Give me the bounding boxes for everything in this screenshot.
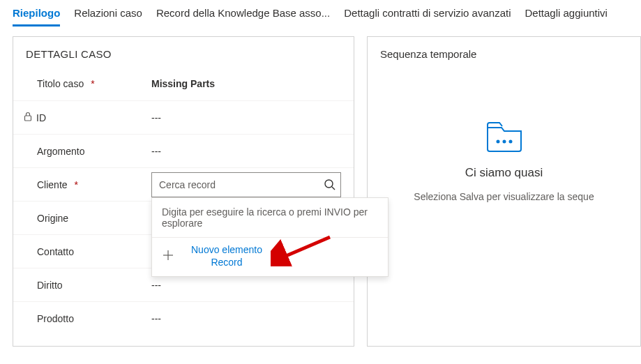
tab-case-relations[interactable]: Relazioni caso [74,3,142,26]
tab-additional-details[interactable]: Dettagli aggiuntivi [525,3,608,26]
field-label-wrap: Argomento [26,146,151,157]
timeline-empty-subtitle: Seleziona Salva per visualizzare la sequ… [414,191,594,202]
svg-point-6 [497,141,499,143]
customer-lookup: Digita per eseguire la ricerca o premi I… [151,172,341,197]
field-label-wrap: Cliente * [26,179,151,190]
customer-search-input[interactable] [151,172,341,197]
field-value-subject[interactable]: --- [151,146,341,157]
content-area: DETTAGLI CASO Titolo caso * Missing Part… [0,26,641,356]
field-value-title[interactable]: Missing Parts [151,78,341,89]
required-indicator: * [72,179,78,190]
field-label-wrap: Prodotto [26,313,151,324]
tab-summary[interactable]: Riepilogo [13,3,60,26]
field-label-title: Titolo caso [37,78,84,89]
field-label-wrap: Origine [26,213,151,224]
tab-kb-records[interactable]: Record della Knowledge Base asso... [156,3,330,26]
tab-strip: Riepilogo Relazioni caso Record della Kn… [0,0,641,26]
svg-rect-0 [25,116,31,121]
field-label-wrap: Titolo caso * [26,78,151,89]
folder-icon [485,121,524,155]
svg-point-7 [503,141,505,143]
field-row-id: ID --- [13,100,354,134]
required-indicator: * [88,78,94,89]
case-details-title: DETTAGLI CASO [13,37,354,64]
field-value-id: --- [151,112,341,123]
field-label-wrap: ID [26,112,151,123]
field-label-wrap: Contatto [26,246,151,257]
field-label-subject: Argomento [37,146,84,157]
timeline-panel: Sequenza temporale Ci siamo quasi Selezi… [367,36,641,347]
svg-line-2 [332,187,335,190]
field-label-id: ID [36,112,46,123]
field-value-product[interactable]: --- [151,313,341,324]
field-label-contact: Contatto [37,246,74,257]
field-row-customer: Cliente * Digita per eseguire la ricerca… [13,167,354,201]
case-fields: Titolo caso * Missing Parts ID --- [13,64,354,346]
field-label-wrap: Diritto [26,280,151,291]
lookup-flyout: Digita per eseguire la ricerca o premi I… [151,197,389,278]
plus-icon [162,249,174,264]
timeline-empty-title: Ci siamo quasi [465,166,543,180]
field-label-origin: Origine [37,213,68,224]
new-record-label: Nuovo elemento Record [191,243,262,270]
field-label-product: Prodotto [37,313,74,324]
timeline-empty-state: Ci siamo quasi Seleziona Salva per visua… [368,121,640,202]
timeline-title: Sequenza temporale [368,37,640,64]
lookup-flyout-hint: Digita per eseguire la ricerca o premi I… [152,198,388,238]
field-row-subject: Argomento --- [13,134,354,167]
field-value-entitlement[interactable]: --- [151,280,341,291]
lock-icon [26,112,32,123]
field-row-product: Prodotto --- [13,301,354,335]
field-label-customer: Cliente [37,179,68,190]
field-label-entitlement: Diritto [37,280,63,291]
tab-service-contracts[interactable]: Dettagli contratti di servizio avanzati [344,3,511,26]
case-details-panel: DETTAGLI CASO Titolo caso * Missing Part… [13,36,354,347]
new-record-button[interactable]: Nuovo elemento Record [152,238,388,277]
svg-point-8 [509,141,511,143]
field-row-title: Titolo caso * Missing Parts [13,67,354,100]
svg-point-1 [325,180,333,188]
